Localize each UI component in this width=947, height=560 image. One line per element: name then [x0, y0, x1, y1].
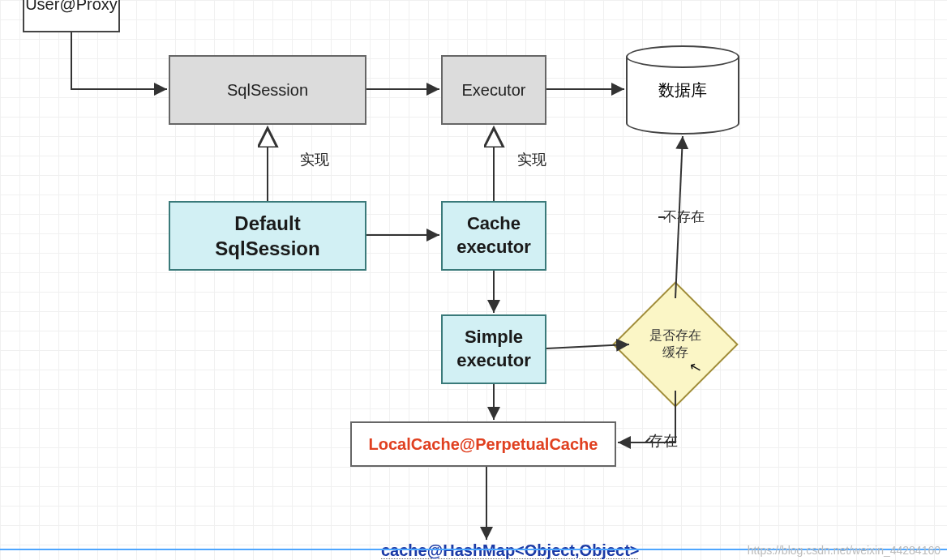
node-cache-check: 是否存在 缓存 — [631, 300, 720, 389]
node-local-cache-label: LocalCache@PerpetualCache — [369, 434, 598, 455]
node-database: 数据库 — [626, 45, 739, 135]
node-user-proxy: User@Proxy — [23, 0, 120, 32]
node-database-label: 数据库 — [658, 79, 707, 101]
node-hashmap: cache@HashMap<Object,Object> — [381, 541, 640, 560]
node-executor-label: Executor — [462, 79, 526, 100]
label-exist: 存在 — [649, 431, 678, 451]
node-cache-executor-label: Cache executor — [456, 212, 531, 259]
label-implement-2: 实现 — [517, 150, 546, 169]
node-simple-executor: Simple executor — [441, 314, 546, 384]
node-sql-session: SqlSession — [169, 55, 366, 125]
label-not-exist: 不存在 — [663, 207, 705, 226]
watermark: https://blog.csdn.net/weixin_44284160 — [748, 544, 941, 557]
node-local-cache: LocalCache@PerpetualCache — [350, 421, 616, 467]
node-default-sql-session-label: Default SqlSession — [215, 211, 319, 261]
node-simple-executor-label: Simple executor — [456, 326, 531, 372]
node-sql-session-label: SqlSession — [227, 79, 308, 100]
node-cache-executor: Cache executor — [441, 201, 546, 271]
node-default-sql-session: Default SqlSession — [169, 201, 366, 271]
node-cache-check-label: 是否存在 缓存 — [649, 327, 701, 361]
node-hashmap-label: cache@HashMap<Object,Object> — [381, 541, 640, 559]
node-executor: Executor — [441, 55, 546, 125]
label-implement-1: 实现 — [300, 150, 329, 169]
node-user-proxy-label: User@Proxy — [25, 0, 118, 15]
